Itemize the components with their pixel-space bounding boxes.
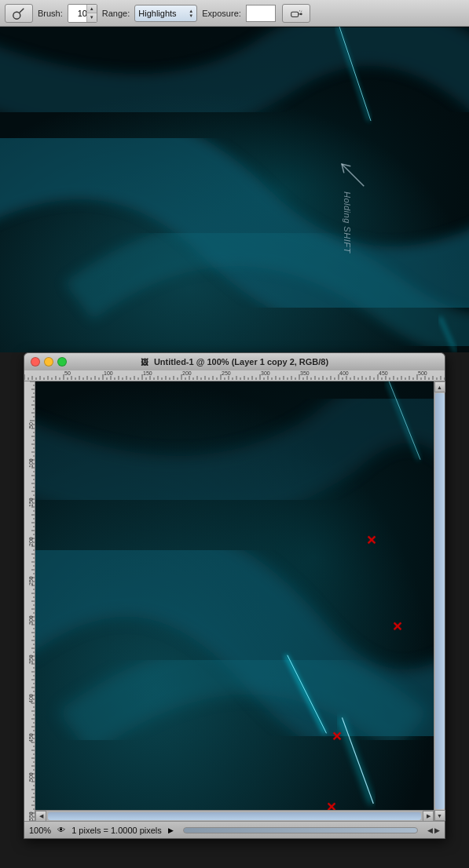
dodge-tool-button[interactable] (5, 4, 33, 23)
shift-text: Holding SHIFT (343, 191, 352, 253)
traffic-lights (31, 357, 67, 367)
ruler-left-canvas (24, 381, 35, 821)
zoom-level: 100% (29, 826, 51, 835)
scroll-track-bottom[interactable] (48, 812, 421, 820)
svg-rect-2 (291, 12, 299, 16)
canvas-viewport[interactable]: ✕ ✕ ✕ ✕ (35, 381, 434, 821)
range-label: Range: (102, 9, 130, 18)
maximize-button[interactable] (57, 357, 67, 367)
airbrush-button[interactable] (282, 4, 310, 23)
status-prev-button[interactable]: ◀ (427, 826, 433, 834)
status-eye-icon[interactable]: 👁 (57, 826, 65, 834)
scroll-down-button[interactable]: ▼ (434, 810, 445, 821)
scroll-right-button[interactable]: ▶ (423, 811, 434, 822)
status-info-arrow[interactable]: ▶ (168, 826, 174, 834)
toolbar: Brush: 10 ▲ ▼ Range: Highlights ▲ ▼ Expo… (0, 0, 469, 27)
range-value: Highlights (138, 9, 187, 18)
exposure-label: Exposure: (202, 9, 241, 18)
scrollbar-bottom[interactable]: ◀ ▶ (35, 810, 434, 821)
brush-label: Brush: (38, 9, 63, 18)
range-down-arrow: ▼ (189, 13, 193, 18)
exposure-input[interactable]: 30% (246, 5, 276, 22)
brush-size-control[interactable]: 10 ▲ ▼ (68, 4, 97, 23)
svg-line-6 (301, 10, 302, 12)
minimize-button[interactable] (44, 357, 53, 367)
scroll-left-button[interactable]: ◀ (35, 811, 46, 822)
status-nav-arrows: ◀ ▶ (427, 826, 440, 834)
svg-line-1 (20, 8, 24, 12)
svg-point-0 (13, 12, 20, 19)
range-dropdown[interactable]: Highlights ▲ ▼ (134, 5, 197, 22)
brush-size-up[interactable]: ▲ (87, 5, 97, 14)
ps-titlebar: 🖼 Untitled-1 @ 100% (Layer 1 copy 2, RGB… (24, 353, 445, 370)
svg-point-4 (300, 13, 302, 15)
status-pixels-info: 1 pixels = 1.0000 pixels (71, 826, 162, 835)
main-canvas-area: Holding SHIFT (0, 27, 469, 352)
scroll-up-button[interactable]: ▲ (434, 381, 445, 392)
ruler-left (24, 381, 35, 821)
brush-size-down[interactable]: ▼ (87, 13, 97, 22)
scrollbar-right[interactable]: ▲ ▼ (434, 381, 445, 821)
ps-icon: 🖼 (141, 358, 148, 367)
window-title: 🖼 Untitled-1 @ 100% (Layer 1 copy 2, RGB… (141, 357, 328, 367)
ruler-top-canvas (24, 370, 445, 380)
ruler-top (24, 370, 445, 381)
status-next-button[interactable]: ▶ (434, 826, 440, 834)
status-bar: 100% 👁 1 pixels = 1.0000 pixels ▶ ◀ ▶ (24, 821, 445, 838)
scroll-track-right[interactable] (435, 393, 445, 809)
close-button[interactable] (31, 357, 40, 367)
ps-window: 🖼 Untitled-1 @ 100% (Layer 1 copy 2, RGB… (24, 352, 445, 839)
status-slider[interactable] (183, 827, 418, 833)
